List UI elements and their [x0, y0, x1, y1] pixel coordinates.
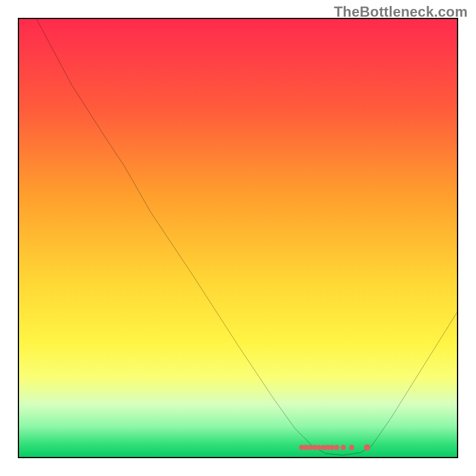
plot-area — [18, 18, 458, 458]
scatter-dot — [349, 444, 355, 450]
scatter-dot — [364, 444, 371, 450]
scatter-points — [19, 19, 457, 457]
scatter-dot — [334, 444, 339, 450]
chart-stage: TheBottleneck.com — [0, 0, 476, 476]
scatter-dot — [340, 444, 346, 450]
